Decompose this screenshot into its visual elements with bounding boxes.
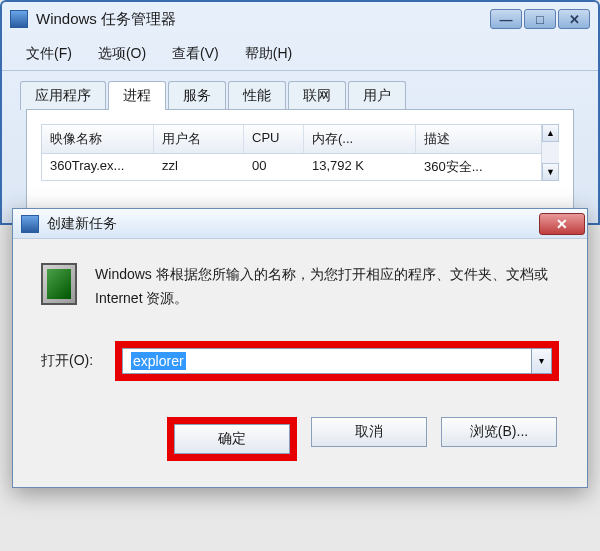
taskmgr-titlebar: Windows 任务管理器 — □ ✕	[2, 2, 598, 38]
tab-performance[interactable]: 性能	[228, 81, 286, 110]
ok-button-highlight: 确定	[167, 417, 297, 461]
menu-view[interactable]: 查看(V)	[160, 42, 231, 66]
col-memory[interactable]: 内存(...	[304, 125, 416, 153]
process-table-container: 映像名称 用户名 CPU 内存(... 描述 360Tray.ex... zzl…	[26, 109, 574, 222]
ok-button[interactable]: 确定	[174, 424, 290, 454]
taskmgr-icon	[10, 10, 28, 28]
cell-user-name: zzl	[154, 154, 244, 180]
tab-applications[interactable]: 应用程序	[20, 81, 106, 110]
dialog-body: Windows 将根据您所输入的名称，为您打开相应的程序、文件夹、文档或 Int…	[13, 239, 587, 461]
create-new-task-dialog: 创建新任务 ✕ Windows 将根据您所输入的名称，为您打开相应的程序、文件夹…	[12, 208, 588, 488]
cell-image-name: 360Tray.ex...	[42, 154, 154, 180]
vertical-scrollbar[interactable]: ▲ ▼	[541, 124, 559, 181]
menu-file[interactable]: 文件(F)	[14, 42, 84, 66]
scroll-up-icon[interactable]: ▲	[542, 124, 559, 142]
col-description[interactable]: 描述	[416, 125, 558, 153]
dialog-titlebar: 创建新任务 ✕	[13, 209, 587, 239]
table-header: 映像名称 用户名 CPU 内存(... 描述	[42, 125, 558, 154]
maximize-button[interactable]: □	[524, 9, 556, 29]
cell-memory: 13,792 K	[304, 154, 416, 180]
dialog-icon	[21, 215, 39, 233]
dialog-message: Windows 将根据您所输入的名称，为您打开相应的程序、文件夹、文档或 Int…	[95, 263, 559, 311]
table-row[interactable]: 360Tray.ex... zzl 00 13,792 K 360安全...	[42, 154, 558, 180]
cell-cpu: 00	[244, 154, 304, 180]
open-input-value: explorer	[131, 352, 186, 370]
taskmgr-title: Windows 任务管理器	[36, 10, 176, 29]
menubar: 文件(F) 选项(O) 查看(V) 帮助(H)	[2, 38, 598, 71]
task-manager-window: Windows 任务管理器 — □ ✕ 文件(F) 选项(O) 查看(V) 帮助…	[0, 0, 600, 225]
run-icon	[41, 263, 77, 305]
open-input[interactable]: explorer	[122, 348, 532, 374]
dialog-close-button[interactable]: ✕	[539, 213, 585, 235]
col-user-name[interactable]: 用户名	[154, 125, 244, 153]
tab-processes[interactable]: 进程	[108, 81, 166, 110]
dialog-title: 创建新任务	[47, 215, 117, 233]
tab-users[interactable]: 用户	[348, 81, 406, 110]
tabs: 应用程序 进程 服务 性能 联网 用户	[2, 71, 598, 110]
open-input-highlight: explorer ▾	[115, 341, 559, 381]
open-row: 打开(O): explorer ▾	[41, 341, 559, 381]
dialog-buttons: 确定 取消 浏览(B)...	[41, 417, 559, 461]
window-controls: — □ ✕	[490, 9, 590, 29]
menu-options[interactable]: 选项(O)	[86, 42, 158, 66]
cell-description: 360安全...	[416, 154, 558, 180]
menu-help[interactable]: 帮助(H)	[233, 42, 304, 66]
col-cpu[interactable]: CPU	[244, 125, 304, 153]
cancel-button[interactable]: 取消	[311, 417, 427, 447]
close-button[interactable]: ✕	[558, 9, 590, 29]
minimize-button[interactable]: —	[490, 9, 522, 29]
browse-button[interactable]: 浏览(B)...	[441, 417, 557, 447]
tab-services[interactable]: 服务	[168, 81, 226, 110]
dropdown-icon[interactable]: ▾	[532, 348, 552, 374]
col-image-name[interactable]: 映像名称	[42, 125, 154, 153]
process-table: 映像名称 用户名 CPU 内存(... 描述 360Tray.ex... zzl…	[41, 124, 559, 181]
tab-network[interactable]: 联网	[288, 81, 346, 110]
open-label: 打开(O):	[41, 352, 109, 370]
scroll-down-icon[interactable]: ▼	[542, 163, 559, 181]
